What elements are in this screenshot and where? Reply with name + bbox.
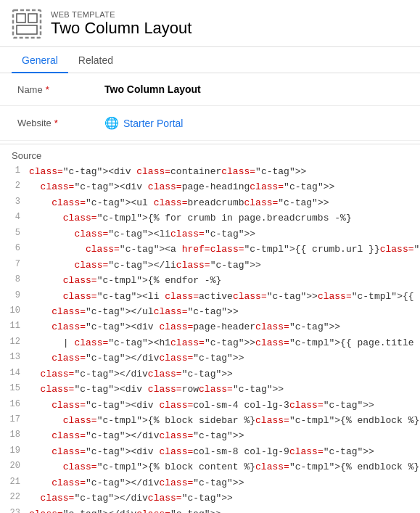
line-number: 16 [6,398,29,412]
name-required-star: * [46,84,49,95]
line-content: class="c-tag"></divclass="c-tag">> [29,366,233,382]
line-number: 20 [6,459,29,474]
code-line: 15 class="c-tag"><div class=rowclass="c-… [0,382,420,397]
line-number: 9 [6,289,29,303]
code-line: 11 class="c-tag"><div class=page-headerc… [0,319,420,335]
line-content: class="c-tag"></divclass="c-tag">> [29,350,244,366]
page-header-section: WEB TEMPLATE Two Column Layout [0,0,420,47]
line-content: class="c-tmpl">{% endfor -%} [29,273,221,288]
code-line: 13 class="c-tag"></divclass="c-tag">> [0,350,420,366]
template-icon [12,9,42,39]
code-line: 5 class="c-tag"><liclass="c-tag">> [0,226,420,242]
code-line: 9 class="c-tag"><li class=activeclass="c… [0,289,420,304]
line-number: 14 [6,366,29,381]
line-content: class="c-tmpl">{% for crumb in page.brea… [29,210,352,226]
line-content: class="c-tag"><a href=class="c-tmpl">{{ … [29,242,420,257]
code-line: 2 class="c-tag"><div class=page-headingc… [0,179,420,194]
line-content: class="c-tag"></divclass="c-tag">> [29,506,221,513]
svg-rect-3 [17,25,37,34]
line-content: class="c-tag"></ulclass="c-tag">> [29,304,239,319]
line-number: 12 [6,335,29,350]
line-number: 17 [6,413,29,427]
line-content: class="c-tag"><div class=page-headingcla… [29,179,334,194]
code-line: 4 class="c-tmpl">{% for crumb in page.br… [0,210,420,226]
form-section: Name * Two Column Layout Website * 🌐 Sta… [0,73,420,141]
code-block: 1class="c-tag"><div class=containerclass… [0,164,420,513]
line-number: 3 [6,195,29,210]
line-number: 11 [6,319,29,334]
line-content: class="c-tag"><liclass="c-tag">> [29,226,255,242]
code-line: 19 class="c-tag"><div class=col-sm-8 col… [0,444,420,459]
code-line: 18 class="c-tag"></divclass="c-tag">> [0,428,420,443]
line-number: 15 [6,382,29,396]
header-subtitle: WEB TEMPLATE [51,10,192,19]
code-line: 12 | class="c-tag"><h1class="c-tag">>cla… [0,335,420,350]
code-line: 17 class="c-tmpl">{% block sidebar %}cla… [0,413,420,428]
line-number: 1 [6,164,29,178]
line-number: 4 [6,210,29,225]
line-number: 5 [6,226,29,241]
line-content: class="c-tag"><div class=col-sm-4 col-lg… [29,398,374,413]
line-number: 7 [6,258,29,272]
line-number: 18 [6,428,29,443]
header-text: WEB TEMPLATE Two Column Layout [51,10,192,38]
website-required-star: * [54,118,58,128]
tab-bar: General Related [0,47,420,73]
line-number: 21 [6,475,29,490]
line-content: class="c-tag"><div class=containerclass=… [29,164,306,179]
website-label: Website * [17,118,104,128]
line-number: 6 [6,242,29,256]
line-number: 8 [6,273,29,287]
line-number: 13 [6,350,29,365]
line-number: 23 [6,506,29,513]
line-number: 2 [6,179,29,194]
line-number: 22 [6,491,29,505]
website-value: 🌐 Starter Portal [104,116,183,130]
code-line: 6 class="c-tag"><a href=class="c-tmpl">{… [0,242,420,257]
code-line: 1class="c-tag"><div class=containerclass… [0,164,420,179]
code-line: 8 class="c-tmpl">{% endfor -%} [0,273,420,288]
svg-rect-1 [17,14,25,22]
code-line: 22 class="c-tag"></divclass="c-tag">> [0,491,420,506]
line-content: class="c-tmpl">{% block content %}class=… [29,459,419,475]
code-line: 20 class="c-tmpl">{% block content %}cla… [0,459,420,475]
line-content: class="c-tag"></divclass="c-tag">> [29,428,244,443]
code-line: 21 class="c-tag"></divclass="c-tag">> [0,475,420,491]
line-content: class="c-tmpl">{% block sidebar %}class=… [29,413,419,428]
line-content: class="c-tag"><li class=activeclass="c-t… [29,289,420,304]
line-content: class="c-tag"><div class=col-sm-8 col-lg… [29,444,374,459]
code-line: 10 class="c-tag"></ulclass="c-tag">> [0,304,420,319]
tab-related[interactable]: Related [68,47,123,73]
line-content: class="c-tag"><ul class=breadcrumbclass=… [29,195,329,210]
line-number: 19 [6,444,29,459]
code-line: 7 class="c-tag"></liclass="c-tag">> [0,258,420,273]
website-link[interactable]: Starter Portal [123,118,183,129]
source-section: Source 1class="c-tag"><div class=contain… [0,144,420,513]
source-label: Source [0,144,420,164]
line-content: class="c-tag"></divclass="c-tag">> [29,475,244,491]
code-line: 14 class="c-tag"></divclass="c-tag">> [0,366,420,382]
svg-rect-2 [28,14,37,22]
line-content: class="c-tag"><div class=rowclass="c-tag… [29,382,284,397]
tab-general[interactable]: General [12,47,68,73]
line-number: 10 [6,304,29,319]
name-value: Two Column Layout [104,83,201,95]
line-content: class="c-tag"></liclass="c-tag">> [29,258,261,273]
line-content: class="c-tag"></divclass="c-tag">> [29,491,233,506]
code-line: 3 class="c-tag"><ul class=breadcrumbclas… [0,195,420,210]
code-line: 23class="c-tag"></divclass="c-tag">> [0,506,420,513]
line-content: class="c-tag"><div class=page-headerclas… [29,319,340,335]
line-content: | class="c-tag"><h1class="c-tag">>class=… [29,335,420,350]
globe-icon: 🌐 [104,116,119,130]
code-line: 16 class="c-tag"><div class=col-sm-4 col… [0,398,420,413]
website-row: Website * 🌐 Starter Portal [0,106,420,141]
name-label: Name * [17,84,104,95]
header-title: Two Column Layout [51,19,192,38]
name-row: Name * Two Column Layout [0,73,420,106]
